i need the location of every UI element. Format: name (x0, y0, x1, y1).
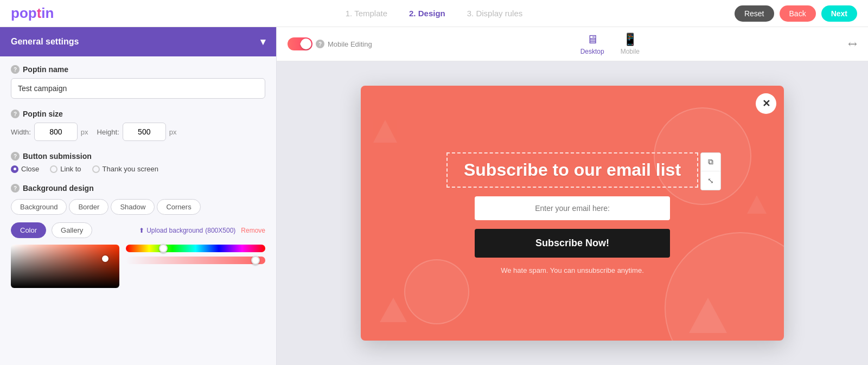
mobile-icon: 📱 (623, 33, 637, 47)
mobile-editing-label: Mobile Editing (328, 40, 372, 48)
button-submission-label: Button submission (23, 152, 92, 161)
upload-sub: (800X500) (205, 227, 235, 234)
desktop-icon: 🖥 (586, 33, 598, 47)
poptin-name-label: Poptin name (23, 65, 68, 74)
bg-design-label-row: ? Background design (11, 184, 265, 193)
nav-actions: Reset Back Next (735, 5, 857, 22)
radio-close-dot (11, 165, 18, 173)
logo-text: poptin (11, 5, 54, 22)
popup-email-input[interactable] (475, 196, 670, 220)
next-button[interactable]: Next (821, 5, 857, 22)
bg-design-label: Background design (23, 184, 94, 193)
sidebar-header[interactable]: General settings ▾ (0, 27, 276, 56)
device-tab-mobile[interactable]: 📱 Mobile (621, 33, 640, 55)
height-unit: px (169, 128, 177, 136)
color-picker-area (11, 245, 265, 288)
bg-design-help-icon[interactable]: ? (11, 184, 20, 193)
hue-bar[interactable] (126, 245, 265, 252)
radio-row: Close Link to Thank you screen (11, 165, 265, 173)
chevron-down-icon: ▾ (260, 36, 265, 48)
color-toggle-btn[interactable]: Color (11, 222, 46, 238)
width-label: Width: (11, 128, 31, 136)
radio-close-label: Close (21, 165, 39, 173)
popup[interactable]: ✕ Subscribe to our email list ⧉ (361, 86, 784, 341)
height-label: Height: (97, 128, 119, 136)
opacity-bar[interactable] (126, 257, 265, 264)
reset-button[interactable]: Reset (735, 5, 774, 22)
bg-tab-background[interactable]: Background (11, 199, 67, 215)
top-nav: poptin 1. Template 2. Design 3. Display … (0, 0, 868, 27)
width-input[interactable] (34, 123, 78, 141)
main-layout: General settings ▾ ? Poptin name ? Popti… (0, 27, 868, 365)
width-unit: px (81, 128, 88, 136)
gradient-thumb[interactable] (102, 255, 108, 262)
radio-close[interactable]: Close (11, 165, 39, 173)
popup-title-actions: ⧉ ⤡ (700, 152, 721, 190)
poptin-size-group: ? Poptin size Width: px Height: px (11, 110, 265, 141)
bg-tab-shadow[interactable]: Shadow (111, 199, 155, 215)
nav-step-design[interactable]: 2. Design (409, 9, 445, 18)
popup-submit-label: Subscribe Now! (535, 238, 609, 248)
popup-content: Subscribe to our email list ⧉ ⤡ (361, 86, 784, 341)
popup-close-button[interactable]: ✕ (756, 93, 776, 114)
radio-thank-you-dot (92, 165, 100, 173)
radio-link-label: Link to (60, 165, 81, 173)
sidebar-title: General settings (11, 37, 79, 47)
bg-design-group: ? Background design Background Border Sh… (11, 184, 265, 288)
expand-arrows-icon: ⤡ (707, 176, 714, 185)
radio-link-dot (50, 165, 58, 173)
color-gradient-picker[interactable] (11, 245, 119, 288)
gallery-toggle-btn[interactable]: Gallery (52, 222, 92, 238)
close-icon: ✕ (762, 98, 770, 110)
radio-thank-you[interactable]: Thank you screen (92, 165, 158, 173)
mobile-editing-toggle[interactable]: OFF (288, 37, 312, 50)
color-gallery-row: Color Gallery ⬆ Upload background (800X5… (11, 222, 265, 238)
opacity-thumb (251, 256, 260, 265)
sidebar-content: ? Poptin name ? Poptin size Width: px (0, 56, 276, 308)
popup-title-container: Subscribe to our email list ⧉ ⤡ (446, 152, 698, 188)
poptin-size-label: Poptin size (23, 110, 63, 118)
poptin-size-help-icon[interactable]: ? (11, 110, 20, 118)
popup-title-box[interactable]: Subscribe to our email list (446, 152, 698, 188)
preview-canvas: ✕ Subscribe to our email list ⧉ (277, 61, 868, 365)
width-field: Width: px (11, 123, 88, 141)
bg-tab-corners[interactable]: Corners (157, 199, 200, 215)
bg-tab-border[interactable]: Border (69, 199, 108, 215)
button-submission-group: ? Button submission Close Link to Thank … (11, 152, 265, 173)
poptin-size-label-row: ? Poptin size (11, 110, 265, 118)
size-row: Width: px Height: px (11, 123, 265, 141)
button-submission-help-icon[interactable]: ? (11, 152, 20, 161)
expand-icon[interactable]: ⤢ (845, 36, 860, 52)
hue-thumb (159, 244, 168, 253)
hue-sliders (126, 245, 265, 288)
nav-step-display-rules[interactable]: 3. Display rules (467, 9, 523, 18)
copy-icon: ⧉ (708, 157, 713, 167)
desktop-label: Desktop (580, 48, 604, 55)
nav-step-template[interactable]: 1. Template (346, 9, 387, 18)
device-tab-desktop[interactable]: 🖥 Desktop (580, 33, 604, 55)
button-submission-label-row: ? Button submission (11, 152, 265, 161)
bg-design-tabs: Background Border Shadow Corners (11, 199, 265, 215)
height-input[interactable] (123, 123, 166, 141)
back-button[interactable]: Back (780, 5, 816, 22)
nav-steps: 1. Template 2. Design 3. Display rules (346, 9, 523, 18)
mobile-editing: OFF ? Mobile Editing (288, 37, 372, 50)
popup-disclaimer: We hate spam. You can unsubscribe anytim… (501, 266, 644, 274)
upload-label: Upload background (146, 227, 203, 234)
popup-title-expand-btn[interactable]: ⤡ (701, 171, 720, 190)
device-tabs: 🖥 Desktop 📱 Mobile (580, 33, 640, 55)
mobile-editing-help-icon[interactable]: ? (316, 40, 324, 48)
remove-link[interactable]: Remove (241, 227, 265, 234)
popup-title-copy-btn[interactable]: ⧉ (701, 153, 720, 171)
popup-submit-button[interactable]: Subscribe Now! (475, 229, 670, 258)
toggle-label: OFF (300, 41, 310, 47)
poptin-name-help-icon[interactable]: ? (11, 65, 20, 74)
radio-thank-you-label: Thank you screen (103, 165, 158, 173)
poptin-name-label-row: ? Poptin name (11, 65, 265, 74)
upload-link[interactable]: ⬆ Upload background (800X500) (139, 227, 235, 234)
radio-link-to[interactable]: Link to (50, 165, 81, 173)
poptin-name-group: ? Poptin name (11, 65, 265, 99)
poptin-name-input[interactable] (11, 78, 265, 99)
popup-title: Subscribe to our email list (464, 160, 681, 180)
preview-area: OFF ? Mobile Editing 🖥 Desktop 📱 Mobile … (277, 27, 868, 365)
